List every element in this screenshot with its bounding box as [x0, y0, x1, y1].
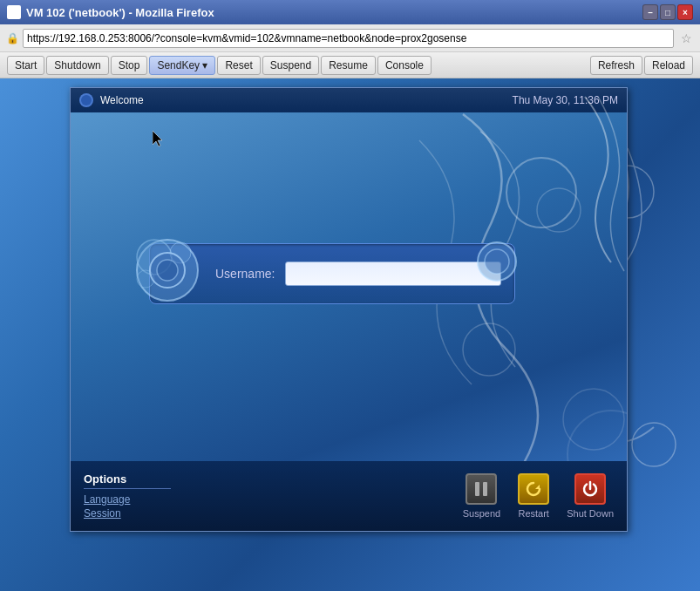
reset-button[interactable]: Reset: [217, 56, 260, 75]
restart-label: Restart: [518, 508, 548, 519]
login-right-bubble: [475, 240, 519, 283]
suspend-label: Suspend: [463, 508, 500, 519]
address-bar: 🔒 ☆: [0, 24, 700, 52]
stop-button[interactable]: Stop: [111, 56, 148, 75]
resume-button[interactable]: Resume: [321, 56, 376, 75]
suspend-icon: [466, 473, 497, 505]
console-welcome-label: Welcome: [100, 94, 144, 106]
suspend-action-button[interactable]: Suspend: [463, 473, 500, 519]
toolbar: Start Shutdown Stop SendKey ▾ Reset Susp…: [0, 52, 700, 78]
options-title: Options: [84, 472, 171, 489]
username-input[interactable]: [285, 262, 501, 286]
url-input[interactable]: [23, 29, 674, 48]
maximize-button[interactable]: □: [660, 4, 676, 20]
svg-point-4: [537, 188, 581, 232]
username-label: Username:: [215, 267, 275, 281]
lock-icon: 🔒: [5, 31, 19, 45]
restart-action-button[interactable]: Restart: [518, 473, 549, 519]
title-bar: VM 102 ('netbook') - Mozilla Firefox – □…: [0, 0, 700, 24]
svg-rect-16: [475, 482, 479, 496]
console-top-bar: Welcome Thu May 30, 11:36 PM: [71, 88, 627, 112]
svg-point-15: [485, 249, 509, 274]
shutdown-icon: [574, 473, 606, 505]
console-bottom-bar: Options Language Session Susp: [71, 461, 627, 531]
suspend-toolbar-button[interactable]: Suspend: [262, 56, 319, 75]
svg-rect-17: [483, 482, 487, 496]
login-box: Username:: [149, 243, 515, 304]
reload-button[interactable]: Reload: [644, 56, 693, 75]
console-options: Options Language Session: [84, 472, 463, 520]
refresh-button[interactable]: Refresh: [590, 56, 642, 75]
window-title: VM 102 ('netbook') - Mozilla Firefox: [26, 6, 214, 19]
restart-icon: [518, 473, 549, 505]
options-links: Language Session: [84, 493, 463, 520]
svg-point-6: [563, 389, 624, 450]
language-link[interactable]: Language: [84, 493, 463, 506]
console-date: Thu May 30, 11:36 PM: [513, 94, 618, 106]
svg-point-5: [463, 323, 515, 376]
bookmark-icon[interactable]: ☆: [677, 30, 695, 47]
console-icon: [79, 93, 93, 107]
svg-marker-18: [535, 485, 540, 489]
action-buttons: Suspend Restart: [463, 473, 614, 519]
svg-point-13: [157, 260, 178, 281]
svg-point-2: [632, 423, 676, 466]
firefox-icon: [7, 5, 21, 19]
shutdown-action-button[interactable]: Shut Down: [567, 473, 614, 519]
window-controls: – □ ×: [642, 4, 693, 20]
close-button[interactable]: ×: [677, 4, 693, 20]
minimize-button[interactable]: –: [642, 4, 658, 20]
svg-point-3: [506, 158, 576, 228]
login-bubbles: [133, 231, 202, 309]
sendkey-button[interactable]: SendKey ▾: [149, 56, 215, 75]
shutdown-button[interactable]: Shutdown: [46, 56, 108, 75]
console-window: Welcome Thu May 30, 11:36 PM: [70, 87, 628, 532]
start-button[interactable]: Start: [7, 56, 44, 75]
session-link[interactable]: Session: [84, 507, 463, 520]
console-button[interactable]: Console: [377, 56, 432, 75]
content-area: Welcome Thu May 30, 11:36 PM: [0, 78, 700, 591]
shutdown-label: Shut Down: [567, 508, 614, 519]
